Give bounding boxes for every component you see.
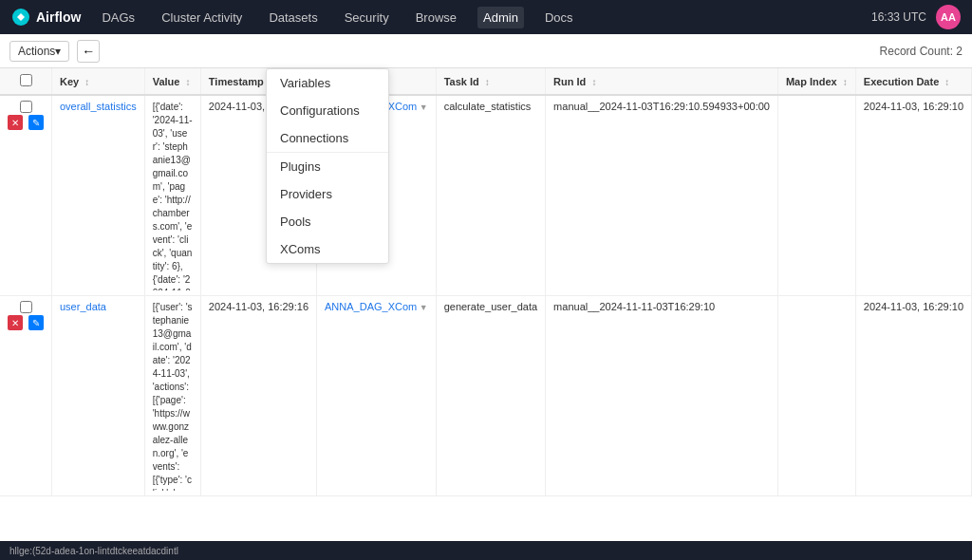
key-sort-icon: ↕	[84, 77, 89, 87]
header-checkbox[interactable]	[0, 68, 52, 95]
dropdown-connections[interactable]: Connections	[267, 124, 388, 152]
row-timestamp: 2024-11-03, 16:29:16	[200, 296, 316, 496]
back-button[interactable]: ←	[77, 40, 100, 63]
header-task-id[interactable]: Task Id ↕	[436, 68, 545, 95]
delete-btn-0[interactable]: ✕	[8, 115, 23, 130]
dropdown-configurations[interactable]: Configurations	[267, 97, 388, 124]
logo-text: Airflow	[36, 9, 81, 25]
user-avatar[interactable]: AA	[936, 5, 961, 29]
xcom-table: Key ↕ Value ↕ Timestamp ↕ Dag Id ↕ Task …	[0, 68, 972, 496]
row-checkbox-0[interactable]	[20, 101, 32, 113]
runid-sort-icon: ↕	[591, 77, 596, 87]
row-value: [{'user': 'stephanie13@gmail.com', 'date…	[144, 296, 200, 496]
nav-cluster-activity[interactable]: Cluster Activity	[156, 7, 248, 28]
row-dag-id[interactable]: ANNA_DAG_XCom ▼	[317, 296, 437, 496]
action-icons-1: ✕ ✎	[8, 315, 44, 330]
dropdown-pools[interactable]: Pools	[267, 208, 388, 235]
row-run-id: manual__2024-11-03T16:29:10.594933+00:00	[546, 95, 778, 296]
row-map-index	[777, 95, 855, 296]
edit-btn-0[interactable]: ✎	[28, 115, 44, 130]
nav-dags[interactable]: DAGs	[96, 7, 140, 28]
header-execution-date[interactable]: Execution Date ↕	[855, 68, 971, 95]
xcom-table-container: Key ↕ Value ↕ Timestamp ↕ Dag Id ↕ Task …	[0, 68, 972, 541]
table-body: ✕ ✎ overall_statistics[{'date': '2024-11…	[0, 95, 972, 496]
taskid-sort-icon: ↕	[485, 77, 490, 87]
nav-right: 16:33 UTC AA	[871, 5, 961, 29]
nav-docs[interactable]: Docs	[539, 7, 579, 28]
row-execution-date: 2024-11-03, 16:29:10	[855, 296, 971, 496]
row-task-id: calculate_statistics	[436, 95, 545, 296]
dag-filter-icon[interactable]: ▼	[417, 303, 427, 312]
dropdown-xcoms[interactable]: XComs	[267, 235, 388, 263]
bottom-bar: hllge:(52d-adea-1on-lintdtckeeatdacdintl	[0, 541, 972, 560]
table-header-row: Key ↕ Value ↕ Timestamp ↕ Dag Id ↕ Task …	[0, 68, 972, 95]
top-nav: Airflow DAGs Cluster Activity Datasets S…	[0, 0, 972, 34]
admin-dropdown-menu: Variables Configurations Connections Plu…	[266, 68, 389, 264]
row-checkbox-cell: ✕ ✎	[0, 95, 52, 296]
row-task-id: generate_user_data	[436, 296, 545, 496]
row-map-index	[777, 296, 855, 496]
actions-button[interactable]: Actions▾	[9, 41, 69, 62]
row-key: user_data	[52, 296, 145, 496]
action-icons-0: ✕ ✎	[8, 115, 44, 130]
nav-datasets[interactable]: Datasets	[263, 7, 323, 28]
row-checkbox-cell: ✕ ✎	[0, 296, 52, 496]
header-run-id[interactable]: Run Id ↕	[546, 68, 778, 95]
table-row: ✕ ✎ overall_statistics[{'date': '2024-11…	[0, 95, 972, 296]
edit-btn-1[interactable]: ✎	[28, 315, 44, 330]
dropdown-variables[interactable]: Variables	[267, 69, 388, 97]
toolbar: Actions▾ ← Record Count: 2	[0, 34, 972, 68]
delete-btn-1[interactable]: ✕	[8, 315, 23, 330]
value-sort-icon: ↕	[186, 77, 191, 87]
bottom-url: hllge:(52d-adea-1on-lintdtckeeatdacdintl	[9, 546, 178, 556]
dropdown-providers[interactable]: Providers	[267, 180, 388, 208]
row-run-id: manual__2024-11-11-03T16:29:10	[546, 296, 778, 496]
table-row: ✕ ✎ user_data[{'user': 'stephanie13@gmai…	[0, 296, 972, 496]
time-display: 16:33 UTC	[871, 10, 926, 24]
select-all-checkbox[interactable]	[20, 74, 32, 86]
header-value[interactable]: Value ↕	[144, 68, 200, 95]
nav-security[interactable]: Security	[339, 7, 395, 28]
dropdown-plugins[interactable]: Plugins	[267, 153, 388, 180]
logo[interactable]: Airflow	[11, 8, 81, 27]
row-execution-date: 2024-11-03, 16:29:10	[855, 95, 971, 296]
row-value: [{'date': '2024-11-03', 'user': 'stephan…	[144, 95, 200, 296]
row-checkbox-1[interactable]	[20, 301, 32, 313]
row-key: overall_statistics	[52, 95, 145, 296]
nav-admin[interactable]: Admin	[477, 7, 524, 28]
nav-browse[interactable]: Browse	[410, 7, 462, 28]
execdate-sort-icon: ↕	[944, 77, 949, 87]
header-key[interactable]: Key ↕	[52, 68, 145, 95]
record-count: Record Count: 2	[880, 45, 963, 58]
mapindex-sort-icon: ↕	[843, 77, 848, 87]
dag-filter-icon[interactable]: ▼	[417, 103, 427, 112]
header-map-index[interactable]: Map Index ↕	[777, 68, 855, 95]
